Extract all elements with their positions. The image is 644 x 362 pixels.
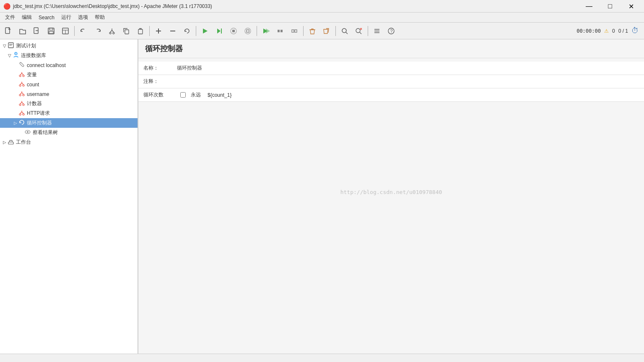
- scissors-icon-username: [18, 90, 25, 98]
- minimize-button[interactable]: —: [579, 0, 599, 13]
- paste-button[interactable]: [134, 24, 147, 38]
- menu-run[interactable]: 运行: [58, 13, 75, 22]
- tree-label-view-results: 察看结果树: [33, 129, 58, 136]
- svg-point-65: [19, 104, 21, 106]
- svg-rect-23: [232, 30, 235, 32]
- remove-button[interactable]: [166, 24, 179, 38]
- copy-button[interactable]: [119, 24, 133, 38]
- comment-row: 注释：: [138, 75, 644, 88]
- tree-label-connect-localhost: connect localhost: [27, 62, 66, 68]
- name-input[interactable]: [177, 65, 639, 71]
- close-file-button[interactable]: [30, 24, 44, 38]
- start-button[interactable]: [198, 24, 212, 38]
- scissors-icon-count: [18, 80, 25, 88]
- svg-point-55: [19, 85, 21, 86]
- help-button[interactable]: ?: [384, 24, 398, 38]
- workbench-icon: [8, 138, 14, 146]
- save-button[interactable]: [44, 24, 58, 38]
- scissors-icon-http: [18, 109, 25, 117]
- comment-label: 注释：: [143, 78, 177, 85]
- svg-line-52: [20, 73, 22, 75]
- svg-point-24: [245, 28, 251, 34]
- svg-point-35: [356, 28, 360, 33]
- tree-item-loop-controller[interactable]: ▷ 循环控制器: [0, 118, 138, 128]
- svg-point-66: [23, 104, 24, 106]
- svg-rect-77: [8, 142, 13, 144]
- tree-item-view-results[interactable]: 察看结果树: [0, 128, 138, 137]
- tree-item-http-request[interactable]: HTTP请求: [0, 109, 138, 118]
- clear-button[interactable]: [306, 24, 319, 38]
- load-icon: ⏱: [631, 26, 639, 35]
- toggle-button[interactable]: [180, 24, 194, 38]
- elapsed-time: 00:00:00: [576, 28, 601, 34]
- list-button[interactable]: [370, 24, 384, 38]
- tree-item-workbench[interactable]: ▷ 工作台: [0, 137, 138, 147]
- shutdown-button[interactable]: [241, 24, 254, 38]
- title-bar: 🔴 jdbc_test.jmx (C:\Users\slowchen\Deskt…: [0, 0, 644, 13]
- tree-item-username[interactable]: username: [0, 89, 138, 99]
- templates-button[interactable]: [59, 24, 72, 38]
- wrench-icon: [18, 61, 25, 69]
- svg-line-34: [346, 32, 348, 34]
- forever-label: 永远: [191, 91, 201, 98]
- name-label: 名称：: [143, 65, 177, 72]
- start-no-pause-button[interactable]: [213, 24, 226, 38]
- svg-line-68: [22, 102, 23, 104]
- menu-help[interactable]: 帮助: [91, 13, 108, 22]
- close-button[interactable]: ✕: [621, 0, 641, 13]
- svg-point-48: [16, 53, 16, 54]
- menu-edit[interactable]: 编辑: [18, 13, 35, 22]
- svg-line-12: [112, 30, 114, 32]
- loop-count-input[interactable]: [208, 92, 639, 98]
- remote-shutdown-button[interactable]: [288, 24, 301, 38]
- svg-rect-49: [19, 62, 24, 67]
- menu-file[interactable]: 文件: [2, 13, 18, 22]
- tree-item-connect-localhost[interactable]: connect localhost: [0, 60, 138, 70]
- svg-line-58: [22, 83, 23, 85]
- reset-search-button[interactable]: [352, 24, 366, 38]
- status-bar: [0, 354, 644, 362]
- new-button[interactable]: [2, 24, 15, 38]
- tree-item-variable[interactable]: 变量: [0, 70, 138, 80]
- stop-button[interactable]: [227, 24, 240, 38]
- add-button[interactable]: [152, 24, 165, 38]
- form-area: 名称： 注释： 循环次数 永远: [138, 58, 644, 105]
- tree-label-counter: 计数器: [27, 100, 42, 107]
- menu-options[interactable]: 选项: [75, 13, 91, 22]
- tree-label-http: HTTP请求: [27, 110, 50, 117]
- undo-button[interactable]: [77, 24, 90, 38]
- forever-checkbox[interactable]: [180, 92, 186, 98]
- tree-item-test-plan[interactable]: ▽ 测试计划: [0, 41, 138, 51]
- svg-point-51: [23, 75, 24, 77]
- svg-point-71: [23, 114, 24, 115]
- remote-start-button[interactable]: [259, 24, 273, 38]
- redo-button[interactable]: [91, 24, 104, 38]
- toolbar: ? 00:00:00 ⚠ 0 0 / 1 ⏱: [0, 23, 644, 39]
- svg-line-11: [110, 30, 112, 32]
- open-button[interactable]: [16, 24, 29, 38]
- remote-stop-button[interactable]: [273, 24, 287, 38]
- svg-marker-20: [217, 28, 221, 34]
- svg-line-57: [20, 83, 22, 85]
- comment-input[interactable]: [177, 79, 639, 85]
- cut-button[interactable]: [105, 24, 119, 38]
- svg-text:?: ?: [390, 28, 393, 34]
- right-panel: 循环控制器 名称： 注释： 循环次数 永远 http://blog.csdn.n…: [138, 39, 644, 354]
- expand-icon: ▽: [2, 44, 8, 48]
- tree-item-connect-db[interactable]: ▽ 连接数据库: [0, 51, 138, 60]
- window-title: jdbc_test.jmx (C:\Users\slowchen\Desktop…: [13, 3, 641, 9]
- expand-icon-db: ▽: [7, 53, 13, 58]
- menu-search[interactable]: Search: [35, 14, 58, 21]
- svg-rect-25: [247, 30, 249, 32]
- svg-line-36: [360, 32, 361, 34]
- tree-item-counter[interactable]: 计数器: [0, 99, 138, 109]
- clear-all-button[interactable]: [320, 24, 333, 38]
- main-layout: ▽ 测试计划 ▽ 连接数据库 connect localhost: [0, 39, 644, 354]
- svg-marker-19: [203, 28, 208, 34]
- svg-point-60: [19, 94, 21, 96]
- window-controls: — □ ✕: [579, 0, 641, 13]
- tree-item-count[interactable]: count: [0, 80, 138, 89]
- maximize-button[interactable]: □: [600, 0, 620, 13]
- tree-label-test-plan: 测试计划: [16, 42, 36, 49]
- search-button[interactable]: [338, 24, 351, 38]
